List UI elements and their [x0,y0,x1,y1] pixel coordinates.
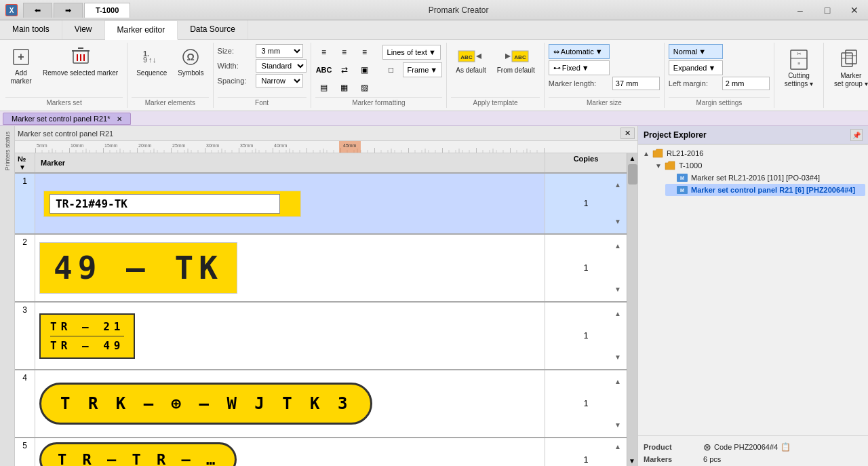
tree-label-mcr: Marker set control panel R21 [6] [PHZ200… [691,186,855,194]
tree-file-icon-mcr: M [676,185,688,195]
svg-text:M: M [680,188,684,193]
sub-tab-control-panel[interactable]: Marker set control panel R21* ✕ [3,113,131,125]
row-3-arrow-up[interactable]: ▲ [614,311,621,317]
width-select[interactable]: Standard [256,59,307,73]
maximize-button[interactable]: □ [814,0,841,20]
spacing-select[interactable]: Narrow [256,74,303,88]
sequence-button[interactable]: 1. 9 ↑ ↓ Sequence [132,44,172,79]
symbols-button[interactable]: Ω Symbols [173,44,208,79]
tree-expand-t1000[interactable]: ▼ [653,162,664,170]
scroll-up-button[interactable]: ▲ [627,153,637,163]
marker-elements-label: Marker elements [132,97,208,106]
frame-button[interactable]: □ [382,62,400,78]
abc-outlined-button[interactable]: ▣ [356,62,374,78]
align-right-button[interactable]: ≡ [356,44,374,60]
table-row[interactable]: 4 T R K – ⊕ – W J T K 3 ▲ 1 ▼ [15,370,627,438]
product-dropdown-icon[interactable]: ⊛ [703,442,711,452]
right-panel: Project Explorer 📌 ▲ RL21-2016 ▼ [637,126,868,466]
tree-expand-rl21[interactable]: ▲ [641,150,652,157]
ribbon-msg-items: Markerset group ▾ [828,44,868,96]
sub-tab-close-icon[interactable]: ✕ [117,115,122,123]
as-default-button[interactable]: ABC As default [451,44,490,77]
lines-of-text-button[interactable]: Lines of text ▼ [382,45,441,60]
row-4-arrow-up[interactable]: ▲ [614,378,621,385]
lines-label: Lines of text [387,48,427,56]
svg-text:9: 9 [143,56,147,64]
tab-data-source[interactable]: Data Source [178,20,248,39]
editor-title-label: Marker set control panel R21 [18,130,113,138]
align-center-button[interactable]: ≡ [336,44,353,60]
ribbon-template-items: ABC As default ABC From default [451,44,540,96]
cutting-settings-button[interactable]: ✂ ≡ Cuttingsettings ▾ [778,44,819,92]
font-width-row: Width: Standard [218,59,307,73]
row-1-text-input[interactable] [50,194,280,214]
from-default-button[interactable]: ABC From default [492,44,540,77]
tree-item-marker-set-rl21[interactable]: ▶ M Marker set RL21-2016 [101] [PO-03#4] [665,172,865,184]
add-marker-button[interactable]: + Addmarker [5,44,37,88]
align-left-button[interactable]: ≡ [315,44,333,60]
row-2-arrow-down[interactable]: ▼ [614,286,621,293]
filter-icon[interactable]: ▼ [19,163,26,171]
table-scroll[interactable]: № ▼ Marker Copies 1 ▲ [15,153,627,466]
row-4-arrow-down[interactable]: ▼ [614,422,621,429]
product-code: Code PHZ20064#4 [714,443,778,451]
scroll-down-button[interactable]: ▼ [627,456,637,466]
tab-main-tools[interactable]: Main tools [0,20,62,39]
row-5-arrow-up[interactable]: ▲ [614,444,621,450]
row-3-marker: TR – 21 TR – 49 [35,303,545,369]
svg-text:M: M [680,176,684,180]
row-5-marker: T R – T R – … [35,438,545,466]
svg-text:5mm: 5mm [37,143,47,148]
table-row[interactable]: 2 49 – TK ▲ 1 ▼ [15,235,627,303]
table-row: 1 ▲ 1 ▼ [15,174,627,235]
product-copy-icon[interactable]: 📋 [781,442,791,452]
expanded-button[interactable]: Expanded ▼ [669,60,723,75]
tree-item-rl21-2016[interactable]: ▲ RL21-2016 [641,147,865,159]
app-title: Promark Creator [429,5,489,15]
tab-marker-editor[interactable]: Marker editor [105,21,178,40]
marker-set-group-button[interactable]: Markerset group ▾ [828,44,868,92]
panel-pin-button[interactable]: 📌 [850,129,863,141]
formatting-mid-row: ABC ⇄ ▣ □ Frame ▼ [315,62,443,78]
frame-dropdown-button[interactable]: Frame ▼ [403,62,443,77]
row-1-arrow-down[interactable]: ▼ [614,218,621,225]
tab-t1000[interactable]: T-1000 [84,3,130,18]
tree-item-marker-control-r21[interactable]: ▶ M Marker set control panel R21 [6] [PH… [665,184,865,196]
tree-item-t1000[interactable]: ▼ T-1000 [653,159,865,172]
fixed-button[interactable]: ⊷ Fixed ▼ [549,60,610,75]
row-2-text: 49 – TK [54,250,223,286]
minimize-button[interactable]: – [787,0,814,20]
marker-length-input[interactable] [612,77,660,90]
nav-icon: ⬅ [35,6,41,14]
size-select[interactable]: 3 mm [256,44,303,58]
layout1-button[interactable]: ▤ [315,79,333,96]
ruler-track: 5mm 10mm 15mm 20mm 25mm 30mm 35mm 40mm 4… [35,141,545,153]
product-row: Product ⊛ Code PHZ20064#4 📋 [644,442,863,452]
table-row[interactable]: 3 TR – 21 TR – 49 ▲ 1 ▼ [15,303,627,370]
layout2-button[interactable]: ▦ [336,79,353,96]
marker-size-label: Marker size [549,97,660,106]
vertical-scrollbar[interactable]: ▲ ▼ [627,153,637,466]
marker-length-row: Marker length: [549,77,660,90]
svg-marker-19 [505,54,511,59]
ribbon-nav: Main tools View Marker editor Data Sourc… [0,20,868,40]
remove-marker-button[interactable]: Remove selected marker [38,44,123,79]
close-button[interactable]: ✕ [841,0,868,20]
scrollbar-thumb[interactable] [628,164,637,185]
tree-label-msr: Marker set RL21-2016 [101] [PO-03#4] [691,174,820,182]
table-row[interactable]: 5 T R – T R – … ▲ 1 ▼ [15,438,627,466]
tree-folder-icon-t1000 [664,161,676,170]
tab-view[interactable]: View [62,20,105,39]
abc-reverse-button[interactable]: ⇄ [336,62,353,78]
tab-navigation[interactable]: ⬅ [23,3,52,18]
tab-forward[interactable]: ➡ [54,3,83,18]
abc-button[interactable]: ABC [315,62,333,78]
row-3-arrow-down[interactable]: ▼ [614,354,621,361]
normal-button[interactable]: Normal ▼ [669,44,723,59]
automatic-button[interactable]: ⇔ Automatic ▼ [549,44,610,59]
row-1-arrow-up[interactable]: ▲ [614,182,621,189]
editor-close-button[interactable]: ✕ [620,128,635,139]
row-2-arrow-up[interactable]: ▲ [614,243,621,250]
layout3-button[interactable]: ▨ [356,79,374,96]
left-margin-input[interactable] [722,77,770,90]
